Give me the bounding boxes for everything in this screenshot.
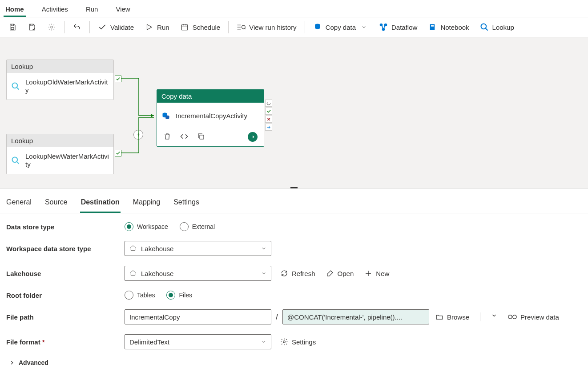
settings-button[interactable] <box>43 20 60 34</box>
schedule-button[interactable]: Schedule <box>176 20 225 34</box>
input-value: @CONCAT('Incremental-', pipeline().... <box>287 313 402 321</box>
workspace-ds-type-label: Workspace data store type <box>6 245 125 252</box>
success-check-icon[interactable] <box>115 150 121 156</box>
chevron-down-icon <box>261 245 266 252</box>
path-separator: / <box>276 312 278 322</box>
code-icon[interactable] <box>180 132 188 142</box>
advanced-label: Advanced <box>19 359 48 366</box>
search-icon <box>11 156 20 165</box>
format-settings-button[interactable]: Settings <box>280 338 316 346</box>
tab-destination[interactable]: Destination <box>80 196 121 213</box>
dataflow-icon <box>379 23 388 32</box>
run-button[interactable]: Run <box>140 20 174 34</box>
radio-files[interactable]: Files <box>166 291 192 300</box>
tab-view[interactable]: View <box>114 3 132 17</box>
undo-icon <box>72 23 81 32</box>
refresh-button[interactable]: Refresh <box>280 269 315 277</box>
view-run-history-button[interactable]: View run history <box>232 20 301 34</box>
run-activity-button[interactable] <box>248 132 258 142</box>
copy-icon[interactable] <box>197 132 205 142</box>
radio-label: External <box>192 223 215 230</box>
preview-label: Preview data <box>520 313 559 321</box>
tab-home[interactable]: Home <box>4 3 26 17</box>
play-icon <box>145 23 153 32</box>
copy-data-button[interactable]: Copy data <box>309 20 373 34</box>
preview-data-button[interactable]: Preview data <box>508 312 559 321</box>
file-format-select[interactable]: DelimitedText <box>125 334 271 349</box>
separator <box>228 21 229 33</box>
separator <box>64 21 64 33</box>
success-icon[interactable] <box>265 108 272 115</box>
chevron-down-icon <box>261 270 266 277</box>
save-icon <box>8 23 17 32</box>
activity-name: IncrementalCopyActivity <box>176 112 247 120</box>
dataflow-label: Dataflow <box>391 24 417 31</box>
workspace-ds-type-select[interactable]: Lakehouse <box>125 241 271 256</box>
svg-rect-10 <box>431 27 434 28</box>
svg-rect-2 <box>181 25 188 30</box>
browse-button[interactable]: Browse <box>435 312 469 321</box>
delete-icon[interactable] <box>163 132 171 142</box>
radio-workspace[interactable]: Workspace <box>125 222 168 231</box>
refresh-label: Refresh <box>292 270 315 277</box>
pipeline-canvas[interactable]: Lookup LookupOldWaterMarkActivity Lookup… <box>0 37 588 188</box>
file-path-expression-input[interactable]: @CONCAT('Incremental-', pipeline().... <box>282 309 429 324</box>
tab-general[interactable]: General <box>5 196 32 213</box>
radio-tables[interactable]: Tables <box>125 291 155 300</box>
settings-label: Settings <box>292 338 316 346</box>
chevron-down-icon[interactable] <box>491 312 497 321</box>
success-check-icon[interactable] <box>115 76 121 82</box>
activity-copy-data[interactable]: Copy data IncrementalCopyActivity <box>157 89 264 147</box>
status-connectors: ✕ <box>265 100 272 131</box>
svg-point-1 <box>51 26 53 28</box>
activity-lookup-new-watermark[interactable]: Lookup LookupNewWaterMarkActivity <box>6 134 114 174</box>
file-format-label: File format * <box>6 338 125 346</box>
search-icon <box>480 23 489 32</box>
svg-point-18 <box>513 315 516 319</box>
activity-header: Lookup <box>7 60 113 73</box>
tab-activities[interactable]: Activities <box>40 3 70 17</box>
file-path-label: File path <box>6 313 125 321</box>
validate-label: Validate <box>110 24 134 31</box>
separator <box>89 21 90 33</box>
validate-button[interactable]: Validate <box>93 20 138 34</box>
svg-point-12 <box>12 83 18 88</box>
svg-point-3 <box>242 25 246 29</box>
notebook-icon <box>428 23 437 32</box>
lookup-button[interactable]: Lookup <box>475 20 519 34</box>
add-activity-button[interactable]: + <box>133 130 143 140</box>
dataflow-button[interactable]: Dataflow <box>375 20 422 34</box>
resize-handle[interactable] <box>290 187 298 188</box>
undo-button[interactable] <box>68 20 86 34</box>
lookup-label: Lookup <box>492 24 514 31</box>
tab-run[interactable]: Run <box>84 3 100 17</box>
browse-label: Browse <box>447 313 469 321</box>
tab-source[interactable]: Source <box>44 196 68 213</box>
run-label: Run <box>157 24 169 31</box>
radio-external[interactable]: External <box>180 222 215 231</box>
fail-icon[interactable]: ✕ <box>265 116 272 123</box>
completion-icon[interactable] <box>265 124 272 131</box>
separator <box>305 21 305 33</box>
advanced-toggle[interactable]: Advanced <box>6 359 582 366</box>
radio-label: Tables <box>137 292 155 299</box>
activity-lookup-old-watermark[interactable]: Lookup LookupOldWaterMarkActivity <box>6 60 114 100</box>
svg-point-19 <box>283 341 286 343</box>
notebook-label: Notebook <box>440 24 469 31</box>
file-path-folder-input[interactable]: IncrementalCopy <box>125 309 271 324</box>
notebook-button[interactable]: Notebook <box>423 20 473 34</box>
radio-label: Workspace <box>137 223 168 230</box>
lakehouse-select[interactable]: Lakehouse <box>125 266 271 281</box>
tab-settings[interactable]: Settings <box>173 196 200 213</box>
skip-icon[interactable] <box>265 100 272 107</box>
input-value: IncrementalCopy <box>129 313 180 321</box>
new-button[interactable]: New <box>364 269 389 277</box>
activity-header: Copy data <box>157 90 264 103</box>
activity-name: LookupNewWaterMarkActivity <box>25 152 109 168</box>
tab-mapping[interactable]: Mapping <box>132 196 161 213</box>
root-folder-label: Root folder <box>6 292 125 299</box>
lakehouse-icon <box>129 244 137 253</box>
save-button[interactable] <box>4 20 21 34</box>
open-button[interactable]: Open <box>326 269 354 277</box>
save-as-button[interactable] <box>23 20 41 34</box>
